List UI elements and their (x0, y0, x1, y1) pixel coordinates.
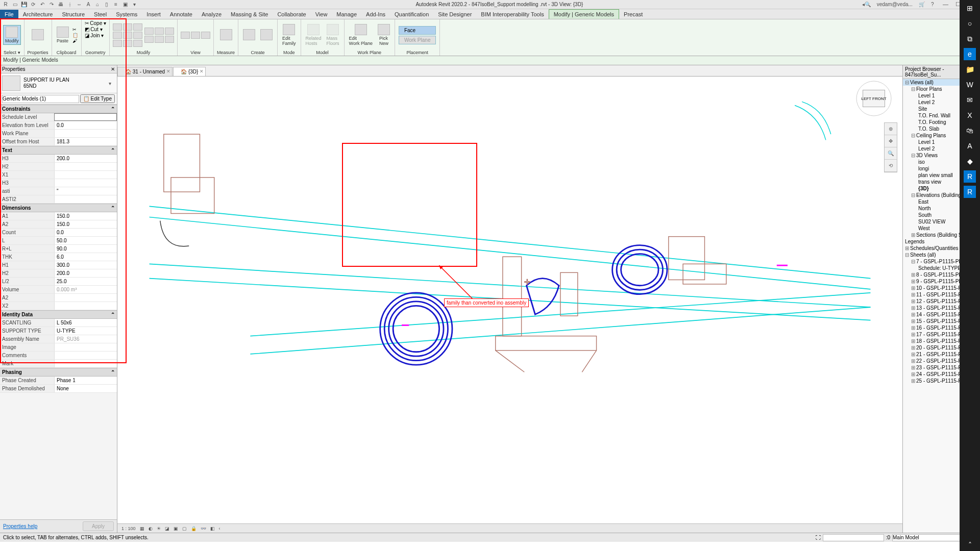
undo-icon[interactable]: ↶ (38, 1, 46, 8)
param-row[interactable]: A2 (0, 294, 117, 302)
param-row[interactable]: Comments (0, 352, 117, 360)
paste-button[interactable]: Paste (55, 26, 70, 44)
reveal-icon[interactable]: ◧ (210, 526, 215, 531)
ribbon-tab[interactable]: Manage (332, 10, 361, 19)
search-icon[interactable]: ◂🔍 (861, 2, 872, 7)
ribbon-tab[interactable]: Architecture (18, 10, 58, 19)
param-row[interactable]: Image (0, 343, 117, 352)
category-filter-input[interactable] (2, 95, 79, 103)
ribbon-tab[interactable]: BIM Interoperability Tools (476, 10, 548, 19)
create-button[interactable] (241, 28, 257, 42)
edit-type-button[interactable]: 📋 Edit Type (80, 94, 115, 103)
cut-geom-button[interactable]: ◩ Cut ▾ (85, 27, 103, 32)
tab-close-icon[interactable]: ✕ (166, 69, 170, 74)
view-tab[interactable]: 🏠 31 - Unnamed✕ (117, 67, 173, 76)
modify-tools-grid-2[interactable] (144, 28, 174, 43)
ribbon-tab[interactable]: Collaborate (273, 10, 310, 19)
modify-tool-button[interactable]: Modify (3, 25, 21, 45)
detail-level-icon[interactable]: ▦ (140, 526, 144, 531)
ribbon-tab[interactable]: Systems (111, 10, 142, 19)
thin-lines-icon[interactable]: ≡ (112, 1, 120, 8)
3d-icon[interactable]: ⌂ (93, 1, 102, 8)
ribbon-tab[interactable]: View (311, 10, 332, 19)
copy-clipboard-icon[interactable]: 📋 (72, 33, 78, 38)
selection-count-icon[interactable]: ⛶ (816, 535, 821, 540)
join-geom-button[interactable]: ◪ Join ▾ (85, 33, 104, 38)
minimize-icon[interactable]: — (940, 1, 951, 7)
sun-path-icon[interactable]: ☀ (157, 526, 161, 531)
view-control-bar[interactable]: 1 : 100 ▦ ◐ ☀ ◪ ▣ ▢ 🔒 👓 ◧ ‹ (117, 523, 902, 533)
param-row[interactable]: H2200.0 (0, 269, 117, 278)
param-row[interactable]: Elevation from Level0.0 (0, 121, 117, 130)
text-icon[interactable]: A (84, 1, 92, 8)
properties-button[interactable] (30, 28, 45, 42)
param-row[interactable]: Volume0.000 m³ (0, 286, 117, 294)
ribbon-tab[interactable]: Annotate (165, 10, 197, 19)
matchtype-icon[interactable]: 🖌 (72, 38, 78, 43)
param-row[interactable]: X2 (0, 302, 117, 310)
type-dropdown-icon[interactable]: ▾ (109, 81, 115, 86)
ribbon-tab[interactable]: Quantification (390, 10, 433, 19)
temp-hide-icon[interactable]: 👓 (201, 526, 206, 531)
param-row[interactable]: THK6.0 (0, 253, 117, 261)
windows-taskbar[interactable]: ⊞ ○ ⧉ e 📁 W ✉ X 🛍 A ◆ R R ˄ ⌨ 🔇 ENG 09:4… (960, 0, 980, 551)
param-row[interactable]: SUPPORT TYPEU-TYPE (0, 327, 117, 335)
cut-clipboard-icon[interactable]: ✂ (72, 27, 78, 32)
ribbon-tab[interactable]: Site Designer (433, 10, 476, 19)
edit-workplane-button[interactable]: Edit Work Plane (348, 23, 374, 47)
view-cube[interactable]: LEFTFRONT (853, 81, 894, 116)
param-row[interactable]: Phase CreatedPhase 1 (0, 377, 117, 385)
param-row[interactable]: Count0.0 (0, 229, 117, 237)
workset-input[interactable] (892, 534, 964, 541)
ribbon-tab[interactable]: Add-Ins (361, 10, 390, 19)
measure-icon[interactable]: ⟊ (66, 1, 74, 8)
param-row[interactable]: H1300.0 (0, 261, 117, 269)
ribbon-tab[interactable]: Steel (89, 10, 111, 19)
cope-button[interactable]: ✂ Cope ▾ (85, 20, 106, 26)
open-icon[interactable]: ▭ (11, 1, 19, 8)
param-row[interactable]: X1 (0, 171, 117, 179)
param-row[interactable]: R+L90.0 (0, 245, 117, 253)
ribbon-tab[interactable]: Massing & Site (226, 10, 273, 19)
sync-icon[interactable]: ⟳ (29, 1, 37, 8)
selection-filter-input[interactable] (823, 534, 884, 541)
param-row[interactable]: L50.0 (0, 237, 117, 245)
param-row[interactable]: A2150.0 (0, 220, 117, 229)
edit-family-button[interactable]: Edit Family (281, 23, 298, 47)
param-row[interactable]: SCANTLINGL 50x6 (0, 319, 117, 327)
ribbon-tab[interactable]: Structure (57, 10, 89, 19)
pick-new-button[interactable]: Pick New (376, 23, 391, 47)
param-row[interactable]: H2 (0, 163, 117, 171)
ribbon-tab[interactable]: Precast (619, 10, 647, 19)
print-icon[interactable]: 🖶 (57, 1, 65, 8)
navigation-bar[interactable]: ⊕ ✥ 🔍 ⟲ (884, 122, 897, 172)
3d-viewport[interactable]: ⊹ (117, 77, 902, 523)
shadows-icon[interactable]: ◪ (165, 526, 169, 531)
properties-close-icon[interactable]: ✕ (111, 66, 115, 72)
apply-button[interactable]: Apply (83, 521, 114, 531)
ribbon-tab[interactable]: Insert (142, 10, 165, 19)
param-row[interactable]: Work Plane (0, 130, 117, 138)
switch-icon[interactable]: ▾ (130, 1, 138, 8)
help-icon[interactable]: ? (929, 2, 936, 7)
place-face-button[interactable]: Face (399, 26, 436, 35)
section-icon[interactable]: ▯ (103, 1, 111, 8)
cart-icon[interactable]: 🛒 (917, 2, 926, 7)
param-row[interactable]: H3 (0, 179, 117, 187)
measure-button[interactable] (218, 28, 234, 42)
param-row[interactable]: asti" (0, 187, 117, 195)
param-row[interactable]: Mark (0, 360, 117, 368)
crop-icon[interactable]: ▣ (174, 526, 178, 531)
ribbon-tab[interactable]: Modify | Generic Models (549, 9, 619, 19)
view-scale[interactable]: 1 : 100 (121, 526, 136, 531)
param-row[interactable]: Schedule Level (0, 113, 117, 121)
lock-icon[interactable]: 🔒 (191, 526, 197, 531)
crop-show-icon[interactable]: ▢ (182, 526, 187, 531)
tab-close-icon[interactable]: ✕ (200, 69, 204, 74)
close-hidden-icon[interactable]: ▣ (121, 1, 129, 8)
param-row[interactable]: H3200.0 (0, 155, 117, 163)
type-selector[interactable]: SUPPORT IU PLAN 65ND ▾ (0, 73, 117, 93)
param-row[interactable]: ASTI2 (0, 195, 117, 204)
ribbon-tab[interactable]: Analyze (197, 10, 226, 19)
visual-style-icon[interactable]: ◐ (149, 526, 153, 531)
